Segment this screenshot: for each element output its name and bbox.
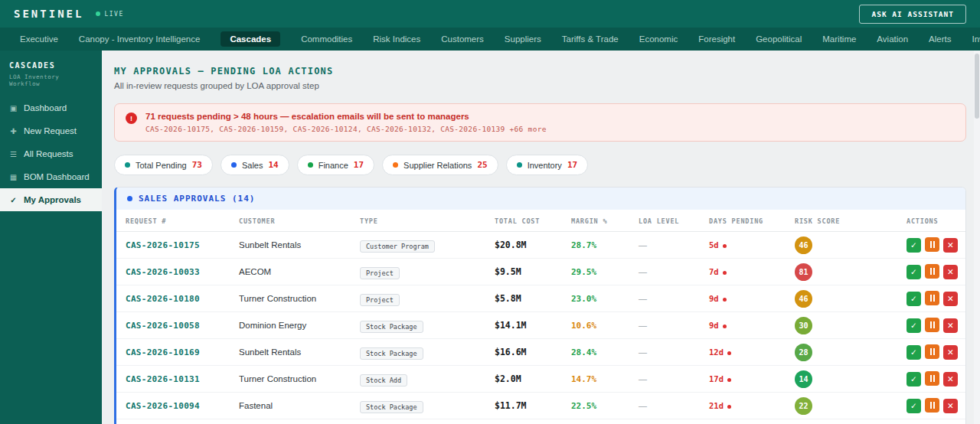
hold-button[interactable]: [925, 344, 939, 359]
chip-label: Total Pending: [136, 161, 187, 170]
column-header: MARGIN %: [571, 210, 639, 231]
loa-level: —: [639, 294, 709, 303]
topbar: SENTINEL LIVE ASK AI ASSISTANT: [0, 0, 980, 28]
approve-button[interactable]: ✓: [906, 372, 921, 386]
approve-button[interactable]: ✓: [906, 345, 921, 360]
table-header: REQUEST #CUSTOMERTYPETOTAL COSTMARGIN %L…: [116, 210, 965, 232]
approve-button[interactable]: ✓: [906, 399, 921, 413]
filter-chip-sales[interactable]: Sales14: [220, 155, 289, 175]
request-id[interactable]: CAS-2026-10180: [126, 294, 239, 304]
risk-score-badge: 46: [795, 290, 812, 308]
nav-tab-cascades[interactable]: Cascades: [220, 31, 280, 47]
hold-button[interactable]: [925, 291, 939, 305]
nav-tab-maritime[interactable]: Maritime: [822, 34, 856, 44]
hold-button[interactable]: [925, 398, 939, 413]
customer-name: AECOM: [239, 267, 360, 276]
chip-label: Inventory: [528, 161, 562, 170]
approve-button[interactable]: ✓: [906, 292, 921, 306]
risk-cell: 46: [795, 236, 906, 254]
scrollbar-thumb[interactable]: [975, 54, 979, 119]
loa-level: —: [639, 321, 709, 330]
nav-tab-investigations[interactable]: Investigations: [972, 34, 980, 44]
check-icon: ✓: [9, 196, 18, 204]
overdue-dot-icon: [727, 351, 731, 355]
card-header: SALES APPROVALS (14): [116, 188, 965, 210]
hold-button[interactable]: [925, 264, 939, 279]
nav-tab-economic[interactable]: Economic: [639, 34, 678, 44]
request-id[interactable]: CAS-2026-10175: [126, 240, 239, 250]
chip-dot-icon: [125, 162, 130, 168]
chip-count: 14: [268, 160, 278, 170]
section-title: SALES APPROVALS (14): [139, 194, 255, 204]
live-dot-icon: [96, 11, 100, 16]
chip-count: 73: [192, 160, 202, 170]
escalation-alert: ! 71 requests pending > 48 hours — escal…: [114, 103, 966, 142]
nav-tab-alerts[interactable]: Alerts: [929, 34, 951, 44]
dashboard-icon: ▣: [9, 104, 18, 113]
nav-tab-canopy-inventory-intelligence[interactable]: Canopy - Inventory Intelligence: [79, 34, 201, 44]
pause-icon: [930, 321, 935, 328]
sidebar-item-label: My Approvals: [24, 195, 81, 204]
filter-chip-inventory[interactable]: Inventory17: [506, 155, 589, 175]
total-cost: $9.5M: [495, 266, 571, 277]
ask-ai-assistant-button[interactable]: ASK AI ASSISTANT: [859, 5, 966, 24]
actions-cell: ✓✕: [906, 264, 965, 279]
column-header: REQUEST #: [126, 210, 239, 231]
nav-tab-risk-indices[interactable]: Risk Indices: [373, 34, 420, 44]
column-header: RISK SCORE: [795, 210, 906, 231]
customer-name: Turner Construction: [239, 294, 360, 303]
nav-tab-customers[interactable]: Customers: [441, 34, 484, 44]
request-id[interactable]: CAS-2026-10094: [126, 401, 239, 411]
reject-button[interactable]: ✕: [943, 292, 958, 306]
nav-tab-tariffs-trade[interactable]: Tariffs & Trade: [562, 34, 619, 44]
type-cell: Project: [360, 292, 495, 306]
total-cost: $14.1M: [495, 320, 571, 331]
filter-chip-total-pending[interactable]: Total Pending73: [114, 155, 213, 175]
request-id[interactable]: CAS-2026-10169: [126, 347, 239, 357]
risk-cell: 28: [795, 344, 906, 361]
approve-button[interactable]: ✓: [906, 265, 921, 279]
nav-tab-aviation[interactable]: Aviation: [877, 34, 908, 44]
nav-tab-foresight[interactable]: Foresight: [698, 34, 735, 44]
approve-button[interactable]: ✓: [906, 238, 921, 253]
table-row: CAS-2026-10175Sunbelt RentalsCustomer Pr…: [116, 232, 965, 259]
nav-tab-suppliers[interactable]: Suppliers: [505, 34, 541, 44]
scrollbar[interactable]: [974, 51, 980, 424]
reject-button[interactable]: ✕: [943, 318, 958, 333]
chip-dot-icon: [231, 162, 237, 168]
loa-level: —: [639, 240, 709, 250]
nav-tab-executive[interactable]: Executive: [20, 34, 58, 44]
approve-button[interactable]: ✓: [906, 318, 921, 333]
reject-button[interactable]: ✕: [943, 345, 958, 360]
sidebar-item-bom-dashboard[interactable]: ▦BOM Dashboard: [0, 165, 102, 188]
reject-button[interactable]: ✕: [943, 372, 958, 386]
list-icon: ☰: [9, 150, 18, 158]
nav-tab-commodities[interactable]: Commodities: [301, 34, 352, 44]
filter-chip-finance[interactable]: Finance17: [297, 155, 374, 175]
type-badge: Stock Package: [360, 347, 423, 360]
reject-button[interactable]: ✕: [943, 399, 958, 413]
nav-tab-geopolitical[interactable]: Geopolitical: [756, 34, 802, 44]
margin-percent: 23.0%: [571, 294, 639, 304]
hold-button[interactable]: [925, 318, 939, 332]
request-id[interactable]: CAS-2026-10131: [126, 374, 239, 384]
hold-button[interactable]: [925, 237, 939, 252]
sidebar-item-dashboard[interactable]: ▣Dashboard: [0, 96, 102, 119]
sidebar-item-new-request[interactable]: ✚New Request: [0, 119, 102, 142]
app-logo: SENTINEL: [14, 8, 83, 20]
request-id[interactable]: CAS-2026-10033: [126, 267, 239, 277]
sidebar-item-all-requests[interactable]: ☰All Requests: [0, 142, 102, 165]
request-id[interactable]: CAS-2026-10058: [126, 321, 239, 331]
customer-name: Dominion Energy: [239, 321, 360, 330]
sidebar-item-my-approvals[interactable]: ✓My Approvals: [0, 188, 102, 211]
actions-cell: ✓✕: [906, 344, 965, 360]
reject-button[interactable]: ✕: [943, 238, 958, 253]
actions-cell: ✓✕: [906, 398, 965, 413]
hold-button[interactable]: [925, 371, 939, 386]
risk-cell: 30: [795, 317, 906, 334]
loa-level: —: [639, 374, 709, 383]
main-content: MY APPROVALS — PENDING LOA ACTIONS All i…: [102, 51, 980, 424]
filter-chip-supplier-relations[interactable]: Supplier Relations25: [382, 155, 498, 175]
reject-button[interactable]: ✕: [943, 265, 958, 279]
risk-score-badge: 22: [795, 397, 812, 415]
